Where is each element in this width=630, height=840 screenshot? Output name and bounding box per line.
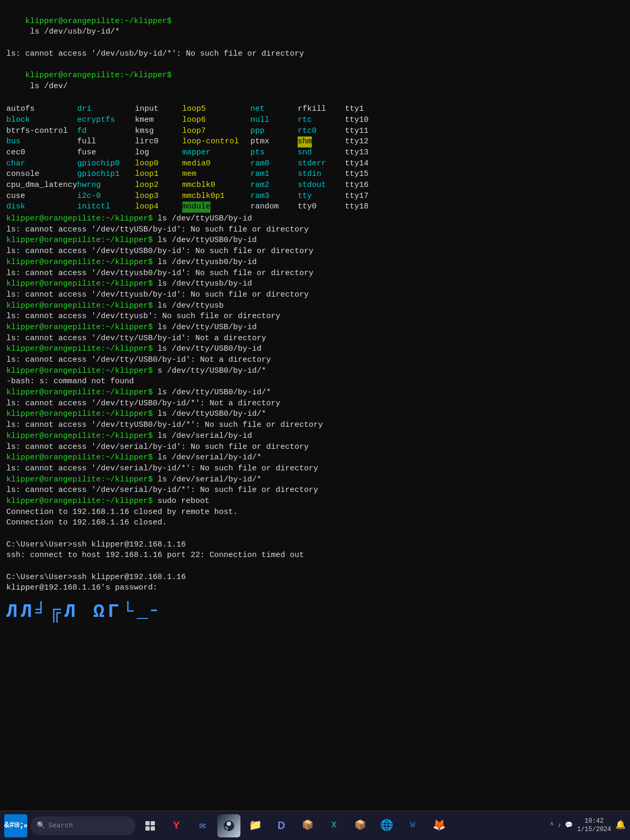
taskbar-search[interactable]: 🔍 Search: [30, 816, 135, 835]
terminal-line: Connection to 192.168.1.16 closed by rem…: [6, 507, 624, 518]
file-explorer-button[interactable]: 📁: [244, 814, 267, 837]
dev-col-1: autofs block btrfs-control bus cec0 char…: [6, 104, 77, 213]
dropbox-button[interactable]: 📦: [349, 814, 372, 837]
svg-rect-0: [25, 824, 26, 825]
terminal-line: ls: cannot access '/dev/ttyUSB/by-id': N…: [6, 225, 624, 236]
mail-button[interactable]: ✉: [191, 814, 214, 837]
ascii-art-display: ЛЛ╛╔Л ΩΓ└_╴: [6, 599, 624, 625]
module-highlight: module: [182, 202, 211, 213]
terminal-line: klipper@orangepilite:~/klipper$ ls /dev/: [6, 59, 624, 103]
shm-highlight: shm: [298, 136, 312, 148]
terminal-line: klipper@orangepilite:~/klipper$ ls /dev/…: [6, 301, 624, 312]
word-button[interactable]: W: [401, 814, 424, 837]
yandex-button[interactable]: Y: [165, 814, 188, 837]
tray-icons: ^ ♪ 💬: [550, 821, 573, 830]
start-button[interactable]: &#⊞;: [4, 814, 27, 837]
discord-button[interactable]: D: [270, 814, 293, 837]
terminal-line: klipper@orangepilite:~/klipper$ ls /dev/…: [6, 279, 624, 290]
svg-rect-4: [145, 821, 150, 825]
dev-col-6: rfkill rtc rtc0 shm snd stderr stdin std…: [298, 104, 345, 213]
search-icon: 🔍: [37, 821, 45, 831]
terminal-line: klipper@192.168.1.16's password:: [6, 583, 624, 594]
terminal-line: klipper@orangepilite:~/klipper$ sudo reb…: [6, 496, 624, 507]
terminal-line: ls: cannot access '/dev/ttyusb0/by-id': …: [6, 268, 624, 279]
terminal-line: ls: cannot access '/dev/tty/USB/by-id': …: [6, 333, 624, 344]
terminal-line: ls: cannot access '/dev/tty/USB0/by-id/*…: [6, 398, 624, 410]
system-tray: ^ ♪ 💬 10:421/15/2024 🔔: [550, 817, 626, 834]
taskbar: &#⊞; 🔍 Search Y ✉ 📁 D: [0, 811, 630, 840]
svg-rect-5: [151, 821, 155, 825]
terminal-line: klipper@orangepilite:~/klipper$ ls /dev/…: [6, 475, 624, 486]
terminal-line: ls: cannot access '/dev/ttyUSB0/by-id': …: [6, 246, 624, 257]
terminal-line: klipper@orangepilite:~/klipper$ ls /dev/…: [6, 387, 624, 398]
terminal-line: C:\Users\User>ssh klipper@192.168.1.16: [6, 572, 624, 583]
terminal-line: klipper@orangepilite:~/klipper$ ls /dev/…: [6, 235, 624, 246]
excel-button[interactable]: X: [322, 814, 345, 837]
terminal-line: -bash: s: command not found: [6, 376, 624, 387]
svg-rect-7: [151, 826, 155, 831]
task-view-icon: [145, 821, 155, 831]
terminal-line: klipper@orangepilite:~/klipper$ ls /dev/…: [6, 344, 624, 355]
dev-col-7: tty1 tty10 tty11 tty12 tty13 tty14 tty15…: [345, 104, 376, 213]
svg-rect-3: [26, 826, 27, 827]
dev-col-2: dri ecryptfs fd full fuse gpiochip0 gpio…: [77, 104, 135, 213]
terminal-line: ls: cannot access '/dev/serial/by-id/*':…: [6, 464, 624, 475]
terminal-line: C:\Users\User>ssh klipper@192.168.1.16: [6, 540, 624, 551]
dev-col-5: net null ppp ptmx pts ram0 ram1 ram2 ram…: [250, 104, 298, 213]
terminal-line: ls: cannot access '/dev/ttyusb': No such…: [6, 311, 624, 322]
dev-col-4: loop5 loop6 loop7 loop-control mapper me…: [182, 104, 250, 213]
terminal-line: ls: cannot access '/dev/ttyusb/by-id': N…: [6, 290, 624, 301]
svg-point-9: [227, 822, 231, 826]
terminal-line: klipper@orangepilite:~/klipper$ ls /dev/…: [6, 322, 624, 333]
steam-icon: [223, 820, 235, 832]
terminal-line: klipper@orangepilite:~/klipper$ ls /dev/…: [6, 257, 624, 268]
svg-rect-2: [25, 826, 26, 827]
terminal-window: klipper@orangepilite:~/klipper$ ls /dev/…: [0, 0, 630, 811]
terminal-line: ls: cannot access '/dev/ttyUSB0/by-id/*'…: [6, 420, 624, 431]
terminal-line: ls: cannot access '/dev/serial/by-id': N…: [6, 442, 624, 453]
terminal-line: klipper@orangepilite:~/klipper$ ls /dev/…: [6, 214, 624, 225]
chrome-button[interactable]: 🌐: [375, 814, 398, 837]
terminal-line: klipper@orangepilite:~/klipper$ ls /dev/…: [6, 409, 624, 420]
steam-button[interactable]: [217, 814, 240, 837]
terminal-line: klipper@orangepilite:~/klipper$ ls /dev/…: [6, 453, 624, 464]
firefox-button[interactable]: 🦊: [427, 814, 450, 837]
app1-button[interactable]: 📦: [296, 814, 319, 837]
terminal-line: ssh: connect to host 192.168.1.16 port 2…: [6, 550, 624, 561]
terminal-line: klipper@orangepilite:~/klipper$ ls /dev/…: [6, 5, 624, 49]
prompt-text: klipper@orangepilite:~/klipper$: [25, 17, 172, 26]
dev-listing: autofs block btrfs-control bus cec0 char…: [6, 104, 624, 213]
terminal-line: klipper@orangepilite:~/klipper$ s /dev/t…: [6, 366, 624, 377]
svg-rect-6: [145, 826, 150, 831]
notification-center[interactable]: 🔔: [615, 820, 626, 831]
terminal-line: Connection to 192.168.1.16 closed.: [6, 518, 624, 529]
windows-logo-icon: [24, 820, 27, 832]
dev-col-3: input kmem kmsg lirc0 log loop0 loop1 lo…: [135, 104, 182, 213]
clock: 10:421/15/2024: [577, 817, 611, 834]
svg-rect-1: [26, 824, 27, 825]
task-view-button[interactable]: [139, 814, 162, 837]
terminal-line: ls: cannot access '/dev/usb/by-id/*': No…: [6, 49, 624, 60]
terminal-line: ls: cannot access '/dev/tty/USB0/by-id':…: [6, 355, 624, 366]
terminal-line: klipper@orangepilite:~/klipper$ ls /dev/…: [6, 431, 624, 442]
search-placeholder: Search: [48, 821, 73, 831]
terminal-line: ls: cannot access '/dev/serial/by-id/*':…: [6, 485, 624, 496]
